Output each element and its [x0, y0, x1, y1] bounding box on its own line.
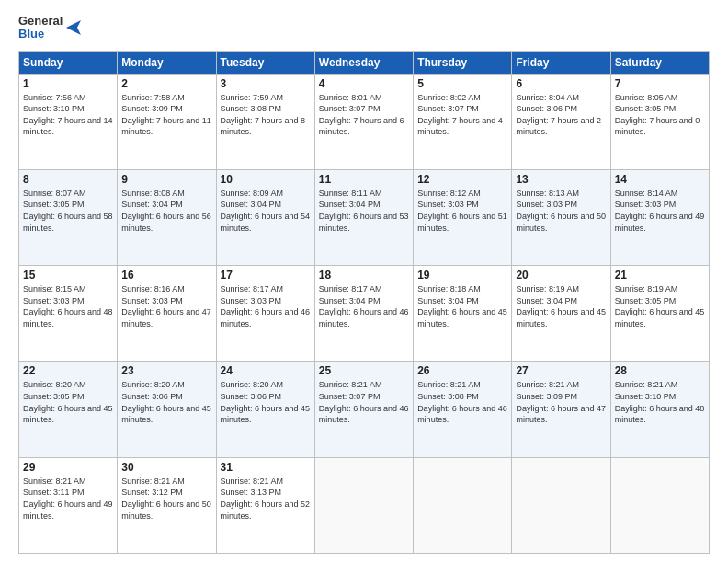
calendar-cell: 4 Sunrise: 8:01 AMSunset: 3:07 PMDayligh…: [314, 74, 413, 169]
day-number: 4: [319, 77, 409, 90]
day-of-week-header: Saturday: [610, 51, 709, 74]
day-number: 16: [121, 269, 211, 282]
day-number: 14: [615, 173, 705, 186]
calendar-cell: 9 Sunrise: 8:08 AMSunset: 3:04 PMDayligh…: [118, 169, 216, 265]
logo-general: General: [18, 15, 63, 28]
day-header-row: SundayMondayTuesdayWednesdayThursdayFrid…: [19, 51, 710, 74]
calendar-cell: 5 Sunrise: 8:02 AMSunset: 3:07 PMDayligh…: [414, 74, 512, 169]
calendar-cell: [512, 457, 610, 553]
calendar-cell: 24 Sunrise: 8:20 AMSunset: 3:06 PMDaylig…: [216, 362, 314, 457]
cell-info: Sunrise: 8:08 AMSunset: 3:04 PMDaylight:…: [121, 189, 211, 233]
cell-info: Sunrise: 8:20 AMSunset: 3:06 PMDaylight:…: [121, 380, 211, 424]
cell-info: Sunrise: 8:15 AMSunset: 3:03 PMDaylight:…: [23, 284, 113, 328]
cell-info: Sunrise: 8:21 AMSunset: 3:12 PMDaylight:…: [121, 477, 211, 521]
day-number: 3: [221, 77, 311, 90]
calendar-cell: 20 Sunrise: 8:19 AMSunset: 3:04 PMDaylig…: [512, 266, 610, 362]
day-number: 1: [23, 77, 113, 90]
day-number: 22: [23, 364, 113, 377]
cell-info: Sunrise: 8:04 AMSunset: 3:06 PMDaylight:…: [516, 93, 601, 137]
cell-info: Sunrise: 7:59 AMSunset: 3:08 PMDaylight:…: [221, 93, 306, 137]
calendar-cell: 25 Sunrise: 8:21 AMSunset: 3:07 PMDaylig…: [314, 362, 413, 457]
calendar-cell: 18 Sunrise: 8:17 AMSunset: 3:04 PMDaylig…: [314, 266, 413, 362]
cell-info: Sunrise: 8:13 AMSunset: 3:03 PMDaylight:…: [516, 189, 606, 233]
day-number: 26: [417, 364, 507, 377]
day-number: 21: [615, 269, 705, 282]
cell-info: Sunrise: 8:11 AMSunset: 3:04 PMDaylight:…: [319, 189, 409, 233]
day-number: 7: [615, 77, 705, 90]
calendar-cell: 13 Sunrise: 8:13 AMSunset: 3:03 PMDaylig…: [512, 169, 610, 265]
day-number: 11: [319, 173, 409, 186]
calendar-week-row: 15 Sunrise: 8:15 AMSunset: 3:03 PMDaylig…: [19, 266, 710, 362]
day-number: 13: [516, 173, 606, 186]
cell-info: Sunrise: 8:21 AMSunset: 3:10 PMDaylight:…: [615, 380, 705, 424]
day-of-week-header: Tuesday: [216, 51, 314, 74]
cell-info: Sunrise: 8:07 AMSunset: 3:05 PMDaylight:…: [23, 189, 113, 233]
calendar-week-row: 29 Sunrise: 8:21 AMSunset: 3:11 PMDaylig…: [19, 457, 710, 553]
day-number: 17: [221, 269, 311, 282]
day-number: 24: [221, 364, 311, 377]
calendar-cell: 7 Sunrise: 8:05 AMSunset: 3:05 PMDayligh…: [610, 74, 709, 169]
day-number: 5: [417, 77, 507, 90]
cell-info: Sunrise: 8:17 AMSunset: 3:03 PMDaylight:…: [221, 284, 311, 328]
page: General Blue SundayMondayTuesdayWednesda…: [0, 0, 728, 563]
logo-blue: Blue: [18, 28, 63, 40]
day-number: 10: [221, 173, 311, 186]
cell-info: Sunrise: 8:18 AMSunset: 3:04 PMDaylight:…: [417, 284, 507, 328]
cell-info: Sunrise: 8:12 AMSunset: 3:03 PMDaylight:…: [417, 189, 507, 233]
day-number: 15: [23, 269, 113, 282]
calendar-cell: [414, 457, 512, 553]
cell-info: Sunrise: 8:21 AMSunset: 3:08 PMDaylight:…: [417, 380, 507, 424]
calendar-cell: 26 Sunrise: 8:21 AMSunset: 3:08 PMDaylig…: [414, 362, 512, 457]
calendar-cell: 14 Sunrise: 8:14 AMSunset: 3:03 PMDaylig…: [610, 169, 709, 265]
day-number: 27: [516, 364, 606, 377]
calendar-cell: 23 Sunrise: 8:20 AMSunset: 3:06 PMDaylig…: [118, 362, 216, 457]
cell-info: Sunrise: 8:21 AMSunset: 3:09 PMDaylight:…: [516, 380, 606, 424]
cell-info: Sunrise: 7:56 AMSunset: 3:10 PMDaylight:…: [23, 93, 113, 137]
calendar-cell: [314, 457, 413, 553]
calendar-cell: 29 Sunrise: 8:21 AMSunset: 3:11 PMDaylig…: [19, 457, 118, 553]
day-of-week-header: Wednesday: [314, 51, 413, 74]
day-number: 8: [23, 173, 113, 186]
day-number: 12: [417, 173, 507, 186]
day-number: 23: [121, 364, 211, 377]
cell-info: Sunrise: 8:14 AMSunset: 3:03 PMDaylight:…: [615, 189, 705, 233]
calendar-cell: 12 Sunrise: 8:12 AMSunset: 3:03 PMDaylig…: [414, 169, 512, 265]
cell-info: Sunrise: 8:20 AMSunset: 3:05 PMDaylight:…: [23, 380, 113, 424]
calendar-cell: 28 Sunrise: 8:21 AMSunset: 3:10 PMDaylig…: [610, 362, 709, 457]
cell-info: Sunrise: 8:01 AMSunset: 3:07 PMDaylight:…: [319, 93, 404, 137]
day-of-week-header: Thursday: [414, 51, 512, 74]
calendar-cell: 21 Sunrise: 8:19 AMSunset: 3:05 PMDaylig…: [610, 266, 709, 362]
cell-info: Sunrise: 8:02 AMSunset: 3:07 PMDaylight:…: [417, 93, 503, 137]
calendar-cell: 17 Sunrise: 8:17 AMSunset: 3:03 PMDaylig…: [216, 266, 314, 362]
cell-info: Sunrise: 8:20 AMSunset: 3:06 PMDaylight:…: [221, 380, 311, 424]
calendar-cell: 2 Sunrise: 7:58 AMSunset: 3:09 PMDayligh…: [118, 74, 216, 169]
calendar-cell: 22 Sunrise: 8:20 AMSunset: 3:05 PMDaylig…: [19, 362, 118, 457]
day-number: 20: [516, 269, 606, 282]
day-of-week-header: Friday: [512, 51, 610, 74]
day-number: 2: [121, 77, 211, 90]
calendar-cell: 16 Sunrise: 8:16 AMSunset: 3:03 PMDaylig…: [118, 266, 216, 362]
calendar-cell: 27 Sunrise: 8:21 AMSunset: 3:09 PMDaylig…: [512, 362, 610, 457]
calendar-cell: 6 Sunrise: 8:04 AMSunset: 3:06 PMDayligh…: [512, 74, 610, 169]
calendar-cell: 11 Sunrise: 8:11 AMSunset: 3:04 PMDaylig…: [314, 169, 413, 265]
calendar-cell: 15 Sunrise: 8:15 AMSunset: 3:03 PMDaylig…: [19, 266, 118, 362]
cell-info: Sunrise: 8:05 AMSunset: 3:05 PMDaylight:…: [615, 93, 700, 137]
calendar-week-row: 1 Sunrise: 7:56 AMSunset: 3:10 PMDayligh…: [19, 74, 710, 169]
day-number: 25: [319, 364, 409, 377]
calendar-cell: 8 Sunrise: 8:07 AMSunset: 3:05 PMDayligh…: [19, 169, 118, 265]
day-number: 9: [121, 173, 211, 186]
calendar-cell: 19 Sunrise: 8:18 AMSunset: 3:04 PMDaylig…: [414, 266, 512, 362]
cell-info: Sunrise: 8:21 AMSunset: 3:07 PMDaylight:…: [319, 380, 409, 424]
day-number: 19: [417, 269, 507, 282]
logo: General Blue: [18, 15, 85, 41]
calendar-cell: 3 Sunrise: 7:59 AMSunset: 3:08 PMDayligh…: [216, 74, 314, 169]
day-number: 30: [121, 461, 211, 474]
cell-info: Sunrise: 8:21 AMSunset: 3:13 PMDaylight:…: [221, 477, 311, 521]
calendar-cell: 31 Sunrise: 8:21 AMSunset: 3:13 PMDaylig…: [216, 457, 314, 553]
cell-info: Sunrise: 7:58 AMSunset: 3:09 PMDaylight:…: [121, 93, 211, 137]
cell-info: Sunrise: 8:19 AMSunset: 3:04 PMDaylight:…: [516, 284, 606, 328]
calendar-week-row: 22 Sunrise: 8:20 AMSunset: 3:05 PMDaylig…: [19, 362, 710, 457]
day-number: 6: [516, 77, 606, 90]
cell-info: Sunrise: 8:21 AMSunset: 3:11 PMDaylight:…: [23, 477, 113, 521]
day-of-week-header: Monday: [118, 51, 216, 74]
